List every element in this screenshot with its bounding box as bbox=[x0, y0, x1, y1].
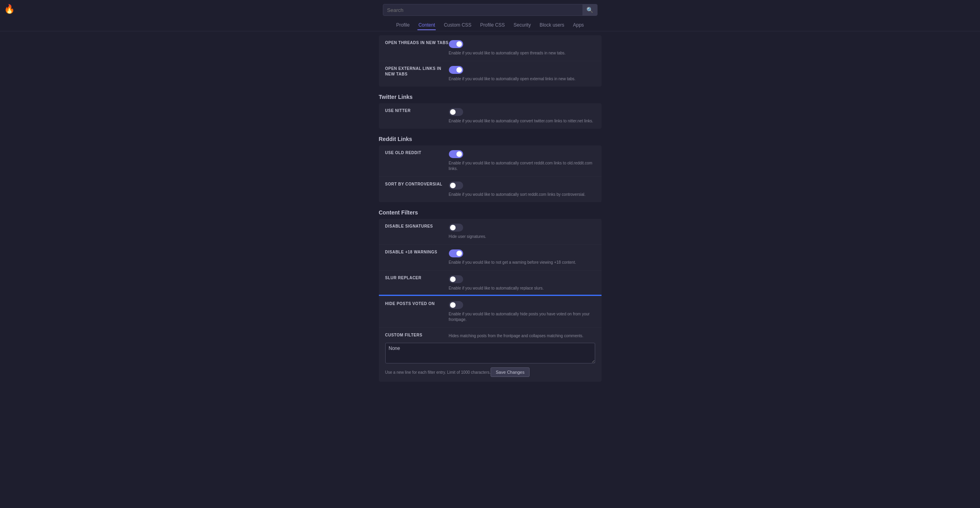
save-changes-button[interactable]: Save Changes bbox=[491, 367, 530, 377]
twitter-links-header: Twitter Links bbox=[379, 94, 602, 100]
tab-apps[interactable]: Apps bbox=[572, 21, 584, 30]
setting-content-area-controversial: Enable if you would like to automaticall… bbox=[449, 182, 595, 197]
setting-label-area-external: OPEN EXTERNAL LINKS IN NEW TABS bbox=[385, 66, 449, 77]
disable-18-warnings-track bbox=[449, 249, 463, 257]
reddit-links-header: Reddit Links bbox=[379, 136, 602, 142]
use-old-reddit-track bbox=[449, 150, 463, 158]
use-nitter-desc: Enable if you would like to automaticall… bbox=[449, 118, 595, 124]
disable-signatures-knob bbox=[450, 225, 456, 230]
hide-posts-voted-track bbox=[449, 301, 463, 309]
custom-filters-label: CUSTOM FILTERS bbox=[385, 332, 423, 338]
setting-label-area-hide-posts: HIDE POSTS VOTED ON bbox=[385, 301, 449, 307]
blue-highlight-line bbox=[379, 295, 602, 296]
custom-filters-footer: Use a new line for each filter entry. Li… bbox=[385, 367, 530, 377]
custom-filters-textarea[interactable]: None bbox=[385, 343, 595, 363]
use-nitter-toggle[interactable] bbox=[449, 108, 463, 116]
reddit-links-card: USE OLD REDDIT Enable if you would like … bbox=[379, 145, 602, 202]
open-external-toggle[interactable] bbox=[449, 66, 463, 74]
disable-signatures-label: DISABLE SIGNATURES bbox=[385, 224, 433, 229]
hide-posts-voted-toggle[interactable] bbox=[449, 301, 463, 309]
open-threads-label: OPEN THREADS IN NEW TABS bbox=[385, 40, 449, 46]
setting-content-area-slur: Enable if you would like to automaticall… bbox=[449, 275, 595, 291]
open-external-toggle-wrap bbox=[449, 66, 595, 74]
search-button[interactable]: 🔍 bbox=[582, 4, 597, 15]
use-old-reddit-label: USE OLD REDDIT bbox=[385, 150, 421, 156]
open-external-desc: Enable if you would like to automaticall… bbox=[449, 76, 595, 82]
disable-signatures-track bbox=[449, 224, 463, 232]
use-old-reddit-toggle[interactable] bbox=[449, 150, 463, 158]
disable-18-warnings-desc: Enable if you would like to not get a wa… bbox=[449, 260, 595, 265]
setting-row-custom-filters: CUSTOM FILTERS Hides matching posts from… bbox=[379, 328, 602, 382]
setting-row-use-old-reddit: USE OLD REDDIT Enable if you would like … bbox=[379, 145, 602, 177]
setting-label-area-nitter: USE NITTER bbox=[385, 108, 449, 114]
tab-security[interactable]: Security bbox=[513, 21, 532, 30]
open-threads-desc: Enable if you would like to automaticall… bbox=[449, 50, 595, 56]
setting-label-area-slur: SLUR REPLACER bbox=[385, 275, 449, 281]
hide-posts-voted-desc: Enable if you would like to automaticall… bbox=[449, 311, 595, 323]
twitter-links-card: USE NITTER Enable if you would like to a… bbox=[379, 103, 602, 129]
open-external-track bbox=[449, 66, 463, 74]
hide-posts-voted-knob bbox=[450, 302, 456, 308]
tab-profile[interactable]: Profile bbox=[395, 21, 410, 30]
use-old-reddit-knob bbox=[456, 151, 462, 157]
content-filters-card: DISABLE SIGNATURES Hide user signatures. bbox=[379, 219, 602, 382]
slur-replacer-toggle[interactable] bbox=[449, 275, 463, 283]
disable-18-warnings-knob bbox=[456, 251, 462, 256]
custom-filters-textarea-wrap: None bbox=[385, 343, 595, 365]
hide-posts-voted-label: HIDE POSTS VOTED ON bbox=[385, 301, 435, 307]
setting-label-area-custom: CUSTOM FILTERS bbox=[385, 332, 449, 338]
setting-content-area-signatures: Hide user signatures. bbox=[449, 224, 595, 240]
setting-label-area-controversial: SORT BY CONTROVERSIAL bbox=[385, 182, 449, 187]
custom-filters-desc: Hides matching posts from the frontpage … bbox=[449, 333, 595, 339]
sort-controversial-knob bbox=[450, 183, 456, 188]
open-threads-toggle-wrap bbox=[449, 40, 595, 48]
slur-replacer-toggle-wrap bbox=[449, 275, 595, 283]
nav-tabs: Profile Content Custom CSS Profile CSS S… bbox=[0, 19, 980, 31]
open-external-knob bbox=[456, 67, 462, 73]
disable-18-warnings-label: DISABLE +18 WARNINGS bbox=[385, 249, 437, 255]
disable-signatures-toggle[interactable] bbox=[449, 224, 463, 232]
setting-content-area-nitter: Enable if you would like to automaticall… bbox=[449, 108, 595, 124]
sort-controversial-desc: Enable if you would like to automaticall… bbox=[449, 192, 595, 197]
search-input[interactable] bbox=[383, 5, 582, 15]
open-threads-knob bbox=[456, 41, 462, 47]
setting-content-area-18warnings: Enable if you would like to not get a wa… bbox=[449, 249, 595, 265]
use-nitter-toggle-wrap bbox=[449, 108, 595, 116]
sort-controversial-toggle[interactable] bbox=[449, 182, 463, 189]
setting-label-area: OPEN THREADS IN NEW TABS bbox=[385, 40, 449, 46]
disable-18-warnings-toggle[interactable] bbox=[449, 249, 463, 257]
setting-row-sort-controversial: SORT BY CONTROVERSIAL Enable if you woul… bbox=[379, 177, 602, 202]
search-bar-wrapper: 🔍 bbox=[0, 0, 980, 19]
setting-label-area-18warnings: DISABLE +18 WARNINGS bbox=[385, 249, 449, 255]
content-filters-header: Content Filters bbox=[379, 209, 602, 216]
use-nitter-label: USE NITTER bbox=[385, 108, 411, 114]
disable-signatures-toggle-wrap bbox=[449, 224, 595, 232]
slur-replacer-desc: Enable if you would like to automaticall… bbox=[449, 286, 595, 291]
setting-row-use-nitter: USE NITTER Enable if you would like to a… bbox=[379, 103, 602, 129]
sort-controversial-label: SORT BY CONTROVERSIAL bbox=[385, 182, 442, 187]
tab-custom-css[interactable]: Custom CSS bbox=[443, 21, 472, 30]
site-logo: 🔥 bbox=[4, 4, 15, 14]
tab-profile-css[interactable]: Profile CSS bbox=[479, 21, 506, 30]
setting-row-open-external: OPEN EXTERNAL LINKS IN NEW TABS Enable i… bbox=[379, 61, 602, 87]
custom-filters-hint: Use a new line for each filter entry. Li… bbox=[385, 370, 491, 375]
custom-filters-desc-area: Hides matching posts from the frontpage … bbox=[449, 332, 595, 339]
use-old-reddit-toggle-wrap bbox=[449, 150, 595, 158]
open-threads-track bbox=[449, 40, 463, 48]
setting-content-area-old-reddit: Enable if you would like to automaticall… bbox=[449, 150, 595, 172]
open-external-label: OPEN EXTERNAL LINKS IN NEW TABS bbox=[385, 66, 449, 77]
open-threads-toggle[interactable] bbox=[449, 40, 463, 48]
tab-content[interactable]: Content bbox=[417, 21, 436, 30]
disable-signatures-desc: Hide user signatures. bbox=[449, 234, 595, 240]
main-content: OPEN THREADS IN NEW TABS Enable if you w… bbox=[379, 31, 602, 398]
hide-posts-voted-toggle-wrap bbox=[449, 301, 595, 309]
setting-row-disable-signatures: DISABLE SIGNATURES Hide user signatures. bbox=[379, 219, 602, 245]
setting-content-area-hide-posts: Enable if you would like to automaticall… bbox=[449, 301, 595, 323]
setting-row-slur-replacer: SLUR REPLACER Enable if you would like t… bbox=[379, 270, 602, 296]
slur-replacer-label: SLUR REPLACER bbox=[385, 275, 422, 281]
setting-label-area-signatures: DISABLE SIGNATURES bbox=[385, 224, 449, 229]
setting-row-open-threads: OPEN THREADS IN NEW TABS Enable if you w… bbox=[379, 35, 602, 61]
tab-block-users[interactable]: Block users bbox=[539, 21, 565, 30]
sort-controversial-toggle-wrap bbox=[449, 182, 595, 189]
setting-content-area: Enable if you would like to automaticall… bbox=[449, 40, 595, 56]
